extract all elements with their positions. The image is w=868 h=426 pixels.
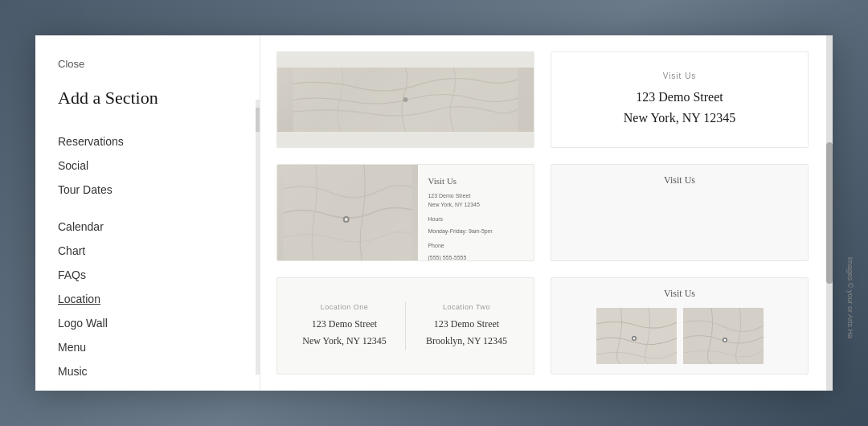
sidebar-item-menu[interactable]: Menu bbox=[58, 335, 240, 359]
map-thumb-right bbox=[683, 308, 764, 364]
add-section-modal: Close Add a Section Reservations Social … bbox=[35, 35, 833, 391]
sidebar-scrollbar bbox=[256, 100, 260, 375]
sidebar-item-calendar[interactable]: Calendar bbox=[58, 215, 240, 239]
map-svg-thumb-left bbox=[596, 308, 677, 364]
modal-scrollbar-thumb bbox=[826, 142, 833, 285]
modal-title: Add a Section bbox=[58, 88, 240, 109]
loc1-label: Location One bbox=[297, 303, 392, 311]
map-thumbs-row-card6 bbox=[596, 308, 764, 364]
sidebar-scrollbar-thumb bbox=[256, 108, 260, 132]
svg-point-10 bbox=[723, 339, 726, 342]
location-col-1: Location One 123 Demo Street New York, N… bbox=[297, 303, 392, 349]
visit-us-label-card6: Visit Us bbox=[664, 288, 695, 300]
location-card-2[interactable]: Visit Us 123 Demo Street New York, NY 12… bbox=[551, 51, 809, 148]
info-address-card3: 123 Demo Street New York, NY 12345 bbox=[428, 192, 524, 209]
svg-point-7 bbox=[633, 338, 635, 340]
info-half-card3: Visit Us 123 Demo Street New York, NY 12… bbox=[418, 165, 534, 260]
sidebar-item-faqs[interactable]: FAQs bbox=[58, 263, 240, 287]
svg-rect-2 bbox=[284, 165, 412, 261]
location-card-6[interactable]: Visit Us bbox=[551, 277, 809, 375]
location-card-5[interactable]: Location One 123 Demo Street New York, N… bbox=[276, 277, 534, 375]
sidebar-item-music[interactable]: Music bbox=[58, 359, 240, 383]
image-row-card4: Location One 123 Demo Street Monday-Frid… bbox=[677, 195, 683, 251]
nav-group-2: Calendar Chart FAQs Location Logo Wall M… bbox=[58, 215, 240, 391]
info-phone-label-card3: Phone bbox=[428, 242, 524, 251]
nav-group-1: Reservations Social Tour Dates bbox=[58, 129, 240, 202]
info-hours-card3: Monday-Friday: 9am-5pm bbox=[428, 227, 524, 236]
sidebar-item-location[interactable]: Location bbox=[58, 287, 240, 311]
info-phone-card3: (555) 555-5555 bbox=[428, 254, 524, 262]
sidebar-item-tour-dates[interactable]: Tour Dates bbox=[58, 178, 240, 202]
location-card-1[interactable] bbox=[276, 51, 534, 148]
sidebar-item-social[interactable]: Social bbox=[58, 154, 240, 178]
sidebar-item-chart[interactable]: Chart bbox=[58, 239, 240, 263]
map-thumb-left bbox=[596, 308, 677, 364]
svg-rect-5 bbox=[596, 308, 677, 364]
location-card-3[interactable]: Visit Us 123 Demo Street New York, NY 12… bbox=[276, 164, 534, 261]
visit-us-label-card4: Visit Us bbox=[664, 174, 695, 186]
location-divider bbox=[405, 302, 406, 350]
svg-point-4 bbox=[345, 218, 348, 221]
map-svg-thumb-right bbox=[683, 308, 764, 364]
location-col-2: Location Two 123 Demo Street Brooklyn, N… bbox=[419, 303, 514, 349]
loc2-address: 123 Demo Street Brooklyn, NY 12345 bbox=[419, 316, 514, 349]
modal-scrollbar[interactable] bbox=[826, 35, 833, 391]
visit-us-label-card2: Visit Us bbox=[663, 72, 697, 80]
location-card-4[interactable]: Visit Us Location One 123 Demo Street Mo… bbox=[551, 164, 809, 261]
sidebar-item-reservations[interactable]: Reservations bbox=[58, 129, 240, 154]
info-hours-label-card3: Hours bbox=[428, 215, 524, 224]
visit-us-label-card3: Visit Us bbox=[428, 176, 524, 186]
section-cards-grid: Visit Us 123 Demo Street New York, NY 12… bbox=[260, 35, 833, 391]
sidebar: Close Add a Section Reservations Social … bbox=[35, 35, 260, 391]
loc1-address: 123 Demo Street New York, NY 12345 bbox=[297, 316, 392, 349]
map-preview-wide bbox=[277, 68, 534, 132]
sidebar-item-logo-wall[interactable]: Logo Wall bbox=[58, 311, 240, 335]
svg-point-1 bbox=[403, 97, 408, 102]
close-button[interactable]: Close bbox=[58, 58, 240, 70]
section-nav: Reservations Social Tour Dates Calendar … bbox=[58, 129, 240, 391]
address-text-card2: 123 Demo Street New York, NY 12345 bbox=[624, 87, 735, 128]
map-svg-wide bbox=[277, 68, 534, 132]
loc2-label: Location Two bbox=[419, 303, 514, 311]
map-svg-card3 bbox=[277, 165, 418, 261]
map-half-card3 bbox=[277, 165, 418, 261]
sidebar-item-pricing[interactable]: Pricing bbox=[58, 383, 240, 391]
